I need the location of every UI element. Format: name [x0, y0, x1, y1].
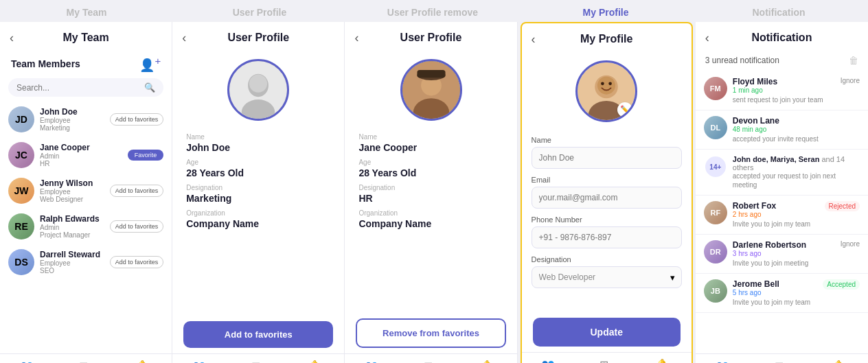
- email-field-label: Email: [532, 176, 682, 184]
- member-dept: Web Designer: [40, 196, 110, 203]
- profile-age: 28 Years Old: [186, 167, 330, 178]
- notif-message: accepted your invite request: [733, 134, 860, 143]
- notification-content: John doe, Mariya, Seran and 14 others ac…: [733, 155, 860, 189]
- nav-my-team[interactable]: 👥 My Team: [14, 360, 39, 363]
- profile-fields-remove: Name Jane Cooper Age 28 Years Old Design…: [345, 128, 516, 310]
- notif-time: 1 min ago: [733, 86, 835, 94]
- notif-message: Invite you to join my team: [733, 220, 819, 229]
- notif-message: accepted your request to join next meeti…: [733, 172, 860, 189]
- back-icon-my-profile[interactable]: ‹: [532, 32, 536, 47]
- panel-team-title: My Team: [62, 32, 108, 44]
- back-icon-notification[interactable]: ‹: [705, 31, 709, 45]
- member-role: Employee: [40, 259, 110, 267]
- my-profile-avatar: ✏️: [575, 60, 637, 122]
- nav-my-team[interactable]: 👥 My Team: [710, 360, 735, 363]
- dashboard-nav-icon: ⊞: [79, 360, 88, 363]
- svg-point-3: [249, 75, 267, 93]
- search-input[interactable]: [16, 83, 144, 93]
- notification-item: DR Darlene Robertson 3 hrs ago Invite yo…: [696, 235, 868, 274]
- panel-notification: ‹ Notification 3 unread notification 🗑 F…: [696, 22, 868, 363]
- team-nav-icon: 👥: [716, 360, 729, 363]
- notif-message: Invite you to join my team: [733, 298, 818, 307]
- nav-dashboard[interactable]: ⊞ Dashboard: [68, 360, 98, 363]
- name-input[interactable]: [532, 147, 682, 169]
- search-box[interactable]: 🔍: [8, 78, 163, 97]
- avatar-multi: 14+: [704, 155, 727, 178]
- org-label: Organization: [186, 209, 330, 217]
- notification-content: Robert Fox 2 hrs ago Invite you to join …: [733, 201, 819, 229]
- edit-avatar-icon[interactable]: ✏️: [617, 102, 632, 117]
- favorite-button[interactable]: Favorite: [128, 150, 164, 161]
- panel-notification-title: Notification: [751, 32, 812, 44]
- designation-field-label: Designation: [532, 255, 682, 264]
- nav-dashboard[interactable]: ⊞ Dashboard: [589, 358, 619, 363]
- panel-my-team: ‹ My Team Team Members 👤+ 🔍 JD John Doe …: [0, 22, 172, 363]
- nav-my-team[interactable]: 👥 My Team: [359, 360, 384, 363]
- designation-select[interactable]: Web Developer Marketing HR: [532, 266, 682, 288]
- list-item: DS Darrell Steward Employee SEO Add to f…: [5, 245, 166, 279]
- remove-from-favorites-button[interactable]: Remove from favorites: [356, 318, 505, 348]
- profile-fields: Name John Doe Age 28 Years Old Designati…: [172, 128, 344, 313]
- panel-my-profile: ‹ My Profile: [521, 22, 693, 363]
- nav-notification[interactable]: 🔔 Notification: [823, 360, 854, 363]
- notif-message: sent request to join your team: [733, 95, 835, 104]
- bottom-nav-profile-remove: 👥 My Team ⊞ Dashboard 🔔 Notification: [345, 353, 516, 363]
- add-to-favorites-button[interactable]: Add to favorites: [110, 113, 164, 126]
- notif-name: Robert Fox: [733, 201, 819, 211]
- nav-dashboard[interactable]: ⊞ Dashboard: [764, 360, 794, 363]
- member-dept: HR: [40, 160, 128, 167]
- nav-my-team[interactable]: 👥 My Team: [187, 360, 212, 363]
- notification-item: RF Robert Fox 2 hrs ago Invite you to jo…: [696, 196, 868, 235]
- notification-content: Devon Lane 48 min ago accepted your invi…: [733, 116, 860, 143]
- nav-notification[interactable]: 🔔 Notification: [299, 360, 330, 363]
- nav-my-team[interactable]: 👥 My Team: [536, 358, 560, 363]
- add-member-icon[interactable]: 👤+: [139, 55, 161, 73]
- nav-notification[interactable]: 🔔 Notification: [647, 358, 678, 363]
- phone-input[interactable]: [532, 226, 682, 248]
- label-user-profile-remove: User Profile remove: [346, 7, 519, 18]
- team-members-header: Team Members 👤+: [0, 51, 172, 78]
- my-profile-avatar-wrap: ✏️: [522, 52, 692, 129]
- add-to-favorites-button[interactable]: Add to favorites: [110, 256, 164, 268]
- notification-nav-icon: 🔔: [135, 360, 149, 363]
- unread-count: 3 unread notification: [705, 56, 779, 65]
- ignore-button[interactable]: Ignore: [841, 240, 860, 248]
- add-to-favorites-button[interactable]: Add to favorites: [110, 185, 164, 197]
- back-icon-profile[interactable]: ‹: [182, 31, 186, 45]
- nav-notification[interactable]: 🔔 Notification: [472, 360, 503, 363]
- age-label: Age: [358, 159, 503, 166]
- notif-name: John doe, Mariya, Seran and 14 others: [733, 155, 860, 172]
- back-icon-profile-remove[interactable]: ‹: [354, 31, 358, 45]
- name-label: Name: [186, 133, 330, 141]
- nav-dashboard[interactable]: ⊞ Dashboard: [240, 360, 271, 363]
- label-my-team: My Team: [0, 7, 173, 18]
- search-icon: 🔍: [144, 82, 155, 93]
- member-role: Admin: [40, 152, 128, 160]
- email-input[interactable]: [532, 187, 682, 209]
- add-to-favorites-button[interactable]: Add to favorites: [183, 321, 333, 348]
- profile-designation: Marketing: [186, 193, 330, 204]
- dashboard-nav-icon: ⊞: [251, 360, 260, 363]
- ignore-button[interactable]: Ignore: [841, 77, 860, 84]
- avatar: DL: [704, 116, 727, 139]
- panel-profile-remove-title: User Profile: [400, 32, 462, 44]
- member-info: Darrell Steward Employee SEO: [40, 250, 110, 274]
- dashboard-nav-icon: ⊞: [599, 358, 608, 363]
- add-to-favorites-button[interactable]: Add to favorites: [110, 220, 164, 233]
- back-icon-team[interactable]: ‹: [10, 31, 14, 45]
- avatar: JW: [8, 178, 34, 204]
- member-info: Jane Cooper Admin HR: [40, 143, 128, 167]
- profile-org: Company Name: [358, 218, 503, 229]
- svg-rect-9: [417, 70, 445, 78]
- panel-team-header: ‹ My Team: [0, 22, 172, 51]
- notification-item: DL Devon Lane 48 min ago accepted your i…: [696, 110, 868, 150]
- avatar: FM: [704, 77, 727, 100]
- nav-notification[interactable]: 🔔 Notification: [127, 360, 158, 363]
- delete-notifications-icon[interactable]: 🗑: [849, 55, 858, 66]
- nav-dashboard[interactable]: ⊞ Dashboard: [413, 360, 443, 363]
- update-button[interactable]: Update: [533, 318, 681, 347]
- profile-name: John Doe: [186, 142, 330, 153]
- profile-avatar-remove-wrap: [345, 51, 516, 128]
- member-dept: SEO: [40, 267, 110, 274]
- name-field-label: Name: [532, 136, 682, 144]
